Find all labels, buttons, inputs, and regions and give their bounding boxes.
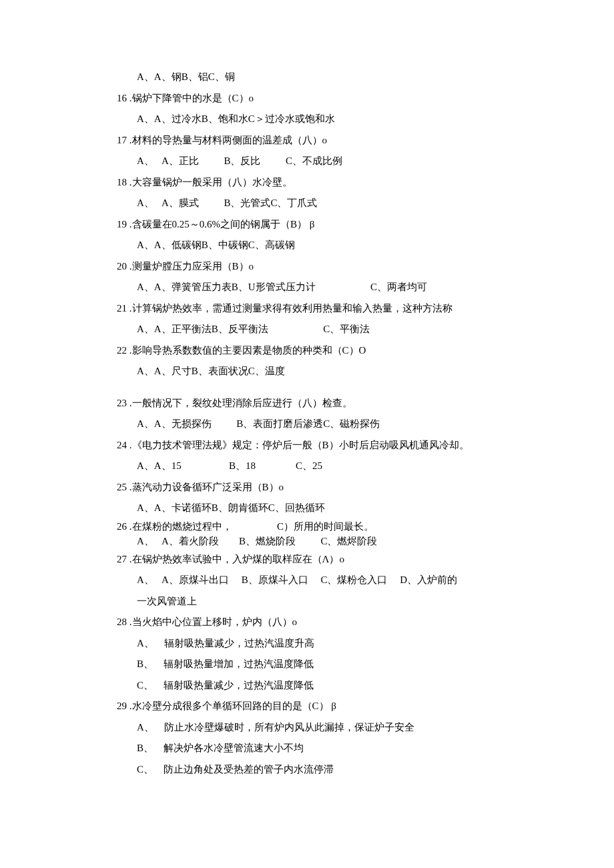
option-line: A、A、尺寸B、表面状况C、温度 bbox=[117, 361, 574, 382]
question-line: 25 .蒸汽动力设备循环广泛采用（B）o bbox=[117, 477, 574, 498]
question-number: 24 bbox=[117, 440, 129, 450]
question-line: 22 .影响导热系数数值的主要因素是物质的种类和（C）O bbox=[117, 340, 574, 362]
question-text: .影响导热系数数值的主要因素是物质的种类和（C）O bbox=[129, 345, 366, 356]
question-number: 26 bbox=[117, 521, 129, 532]
option-line: 一次风管道上 bbox=[117, 591, 574, 612]
question-line: 17 .材料的导热量与材料两侧面的温差成（八）o bbox=[117, 130, 574, 151]
option-line: A、A、15 B、18 C、25 bbox=[117, 456, 574, 477]
question-text: .材料的导热量与材料两侧面的温差成（八）o bbox=[129, 135, 327, 145]
question-line: 20 .测量炉膛压力应采用（B）o bbox=[117, 256, 574, 278]
option-line: A、A、钢B、铝C、铜 bbox=[117, 67, 574, 88]
option-line: B、 辐射吸热量增加，过热汽温度降低 bbox=[117, 654, 574, 675]
option-line: A、A、弹簧管压力表B、U形管式压力计 C、两者均可 bbox=[117, 277, 574, 298]
option-line: A、 防止水冷壁爆破时，所有炉内风从此漏掉，保证炉子安全 bbox=[117, 717, 574, 739]
question-number: 21 bbox=[117, 303, 129, 314]
option-line: A、A、过冷水B、饱和水C＞过冷水或饱和水 bbox=[117, 109, 574, 130]
question-text: .一般情况下，裂纹处理消除后应进行（八）检查。 bbox=[129, 398, 352, 408]
question-line: 16 .锅炉下降管中的水是（C）o bbox=[117, 88, 574, 109]
question-line: 27 .在锅炉热效率试验中，入炉煤的取样应在（Λ）o bbox=[117, 549, 574, 570]
option-line: A、 A、膜式 B、光管式C、丁爪式 bbox=[117, 193, 574, 214]
question-line: 23 .一般情况下，裂纹处理消除后应进行（八）检查。 bbox=[117, 393, 574, 414]
question-text: .水冷壁分成很多个单循环回路的目的是（C） β bbox=[129, 701, 336, 711]
question-text: .锅炉下降管中的水是（C）o bbox=[129, 93, 254, 103]
question-text: .大容量锅炉一般采用（八）水冷壁。 bbox=[129, 177, 292, 187]
question-text: .含碳量在0.25～0.6%之间的钢属于（B） β bbox=[129, 219, 315, 230]
option-line: A、 A、原煤斗出口 B、原煤斗入口 C、煤粉仓入口 D、入炉前的 bbox=[117, 570, 574, 591]
question-line: 18 .大容量锅炉一般采用（八）水冷壁。 bbox=[117, 172, 574, 193]
question-number: 19 bbox=[117, 219, 129, 230]
document-page: A、A、钢B、铝C、铜16 .锅炉下降管中的水是（C）oA、A、过冷水B、饱和水… bbox=[0, 0, 614, 820]
question-number: 17 bbox=[117, 135, 129, 145]
question-line: 24 .《电力技术管理法规》规定：停炉后一般（B）小时后启动吸风机通风冷却。 bbox=[117, 435, 574, 456]
question-text: .当火焰中心位置上移时，炉内（八）o bbox=[129, 616, 297, 627]
question-line: 19 .含碳量在0.25～0.6%之间的钢属于（B） β bbox=[117, 214, 574, 236]
question-number: 18 bbox=[117, 177, 129, 187]
question-number: 28 bbox=[117, 616, 129, 627]
question-number: 23 bbox=[117, 398, 129, 408]
option-line: A、 A、着火阶段 B、燃烧阶段 C、燃烬阶段 bbox=[117, 534, 574, 549]
option-line: C、 防止边角处及受热差的管子内水流停滞 bbox=[117, 759, 574, 781]
question-text: .计算锅炉热效率，需通过测量求得有效利用热量和输入热量，这种方法称 bbox=[129, 303, 452, 314]
question-text: .在煤粉的燃烧过程中， C）所用的时间最长。 bbox=[129, 521, 374, 532]
option-line: A、A、低碳钢B、中碳钢C、高碳钢 bbox=[117, 235, 574, 256]
question-number: 25 bbox=[117, 482, 129, 492]
option-line: A、A、卡诺循环B、朗肯循环C、回热循环 bbox=[117, 498, 574, 519]
question-list: A、A、钢B、铝C、铜16 .锅炉下降管中的水是（C）oA、A、过冷水B、饱和水… bbox=[117, 67, 574, 780]
option-line: A、 辐射吸热量减少，过热汽温度升高 bbox=[117, 633, 574, 655]
question-line: 28 .当火焰中心位置上移时，炉内（八）o bbox=[117, 612, 574, 633]
option-line: A、A、正平衡法B、反平衡法 C、平衡法 bbox=[117, 319, 574, 340]
question-number: 27 bbox=[117, 554, 129, 564]
option-line: A、 A、正比 B、反比 C、不成比例 bbox=[117, 151, 574, 172]
question-text: .《电力技术管理法规》规定：停炉后一般（B）小时后启动吸风机通风冷却。 bbox=[129, 440, 469, 450]
question-number: 22 bbox=[117, 345, 129, 356]
question-number: 20 bbox=[117, 261, 129, 272]
question-number: 16 bbox=[117, 93, 129, 103]
question-number: 29 bbox=[117, 701, 129, 711]
question-line: 29 .水冷壁分成很多个单循环回路的目的是（C） β bbox=[117, 696, 574, 717]
option-line: C、 辐射吸热量减少，过热汽温度降低 bbox=[117, 675, 574, 697]
question-text: .蒸汽动力设备循环广泛采用（B）o bbox=[129, 482, 284, 492]
question-line: 26 .在煤粉的燃烧过程中， C）所用的时间最长。 bbox=[117, 519, 574, 534]
question-text: .测量炉膛压力应采用（B）o bbox=[129, 261, 254, 272]
option-line: B、 解决炉各水冷壁管流速大小不均 bbox=[117, 738, 574, 759]
question-line: 21 .计算锅炉热效率，需通过测量求得有效利用热量和输入热量，这种方法称 bbox=[117, 298, 574, 320]
question-text: .在锅炉热效率试验中，入炉煤的取样应在（Λ）o bbox=[129, 554, 344, 564]
option-line: A、A、无损探伤 B、表面打磨后渗透C、磁粉探伤 bbox=[117, 414, 574, 435]
